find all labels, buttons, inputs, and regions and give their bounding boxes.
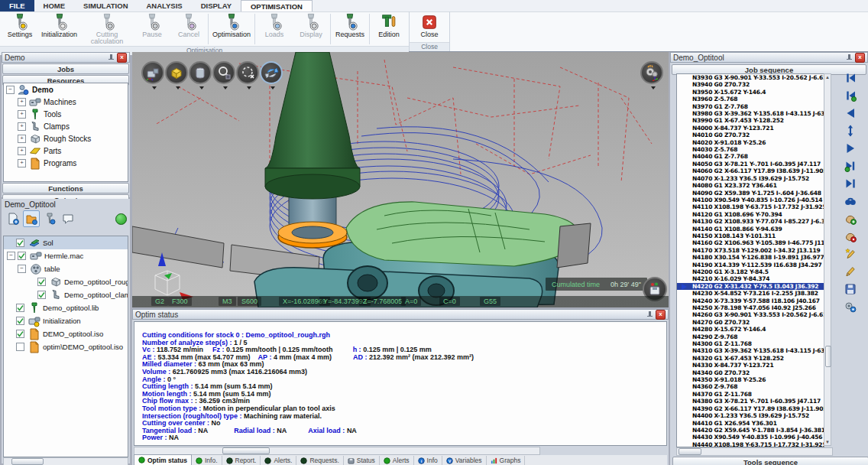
tree-item-tools[interactable]: +Tools: [4, 108, 128, 120]
gcode-line[interactable]: N4350 X-91.018 Y-25.26: [677, 376, 824, 383]
nav-last-button[interactable]: [842, 176, 859, 191]
gcode-line[interactable]: N3970 G1 Z-7.768: [677, 103, 824, 110]
gcode-line[interactable]: N4410 G1 X26.954 Y36.301: [677, 420, 824, 427]
checked-checkbox[interactable]: [16, 317, 24, 325]
gcode-line-selected[interactable]: N4220 G2 X-31.432 Y-79.5 I3.043 J36.392: [677, 283, 824, 290]
nav-range-button[interactable]: [842, 123, 859, 138]
checked-checkbox[interactable]: [16, 330, 24, 338]
stock-view-button[interactable]: [165, 61, 188, 84]
job-item-hermle-mac[interactable]: −Hermle.mac: [4, 249, 128, 262]
gcode-line[interactable]: N4330 X-84.737 Y-123.721: [677, 362, 824, 369]
close-icon[interactable]: x: [656, 310, 666, 320]
tree-item-clamps[interactable]: +Clamps: [4, 120, 128, 132]
gcode-line[interactable]: N4370 G1 Z-11.768: [677, 391, 824, 398]
gcode-line[interactable]: N3990 G1 X-67.453 Y-128.252: [677, 117, 824, 124]
gcode-line[interactable]: N3940 G0 Z70.732: [677, 81, 824, 88]
dropdown-arrow-icon[interactable]: [152, 86, 157, 89]
hand-remove-button[interactable]: [842, 229, 859, 244]
tool-config-icon[interactable]: [41, 210, 58, 227]
gcode-line[interactable]: N4430 X90.549 Y-40.835 I-10.996 J-40.456: [677, 434, 824, 441]
expand-toggle-icon[interactable]: +: [18, 122, 26, 131]
output-tab-optim-status[interactable]: Optim status: [134, 454, 192, 465]
job-item-demo-optitool-clamp-clp[interactable]: Demo_optitool_clamp.clp: [4, 288, 128, 301]
gcode-line[interactable]: N4010 G0 Z70.732: [677, 132, 824, 138]
dropdown-arrow-icon[interactable]: [223, 86, 228, 89]
gcode-line[interactable]: N3950 X-15.672 Y-146.4: [677, 89, 824, 96]
dropdown-arrow-icon[interactable]: [199, 86, 204, 89]
job-item-optim-demo-optitool-iso[interactable]: optim\DEMO_optitool.iso: [4, 340, 128, 353]
gcode-line[interactable]: N4130 G2 X108.933 Y-77.074 I-85.227 J-6.…: [677, 218, 824, 225]
ribbon-tab-optimisation[interactable]: OPTIMISATION: [241, 0, 313, 11]
output-tab-graphs[interactable]: Graphs: [487, 456, 526, 465]
gcode-line[interactable]: N4440 X108.198 Y-63.715 I-17.732 J-31.92…: [677, 441, 824, 447]
job-item-demo-optitool-iso[interactable]: DEMO_optitool.iso: [4, 327, 128, 340]
dropdown-arrow-icon[interactable]: [247, 86, 251, 89]
selection-button[interactable]: [236, 61, 259, 84]
close-icon[interactable]: x: [855, 53, 865, 63]
comment-icon[interactable]: [60, 210, 76, 227]
gcode-line[interactable]: N4080 G1 X23.372 Y36.461: [677, 182, 824, 189]
gcode-line[interactable]: N4260 G3 X-90.901 Y-33.553 I-20.562 J-6.…: [677, 311, 824, 318]
gcode-line[interactable]: N4190 X14.339 Y-112.539 I16.638 J34.297: [677, 262, 824, 268]
checked-checkbox[interactable]: [37, 291, 46, 299]
gcode-line[interactable]: N4380 G3 X-78.21 Y-.701 I-60.395 J47.117: [677, 398, 824, 405]
nav-next-green-button[interactable]: [842, 158, 859, 174]
tree-item-programs[interactable]: +Programs: [4, 157, 128, 169]
checked-checkbox[interactable]: [16, 304, 24, 312]
zoom-button[interactable]: [212, 61, 235, 84]
gcode-line[interactable]: N4290 Z-9.768: [677, 333, 824, 340]
gcode-line[interactable]: N4020 X-91.018 Y-25.26: [677, 139, 824, 146]
job-item-demo-optitool-rough-rgh[interactable]: Demo_optitool_rough.rgh: [4, 275, 128, 288]
gcode-line[interactable]: N4070 X-1.233 Y36.5 I39.629 J-15.752: [677, 175, 824, 182]
ribbon-tab-file[interactable]: FILE: [0, 0, 34, 11]
output-tab-status[interactable]: Status: [344, 456, 380, 465]
pin-icon[interactable]: [646, 311, 653, 318]
gcode-line[interactable]: N4090 G2 X59.389 Y-1.725 I-.604 J-36.648: [677, 190, 824, 197]
gcode-line[interactable]: N4400 X-1.233 Y36.5 I39.629 J-15.752: [677, 412, 824, 419]
gcode-line[interactable]: N4060 G2 X-66.117 Y17.89 I38.639 J-11.90…: [677, 167, 824, 174]
expand-toggle-icon[interactable]: +: [18, 135, 26, 143]
binoculars-button[interactable]: [842, 193, 859, 209]
output-tab-report[interactable]: Report.: [222, 456, 261, 465]
gcode-line[interactable]: N4420 G2 X59.645 Y-1.788 I-3.854 J-36.38…: [677, 427, 824, 434]
gcode-line[interactable]: N4140 G1 X108.866 Y-94.639: [677, 226, 824, 232]
gcode-line[interactable]: N4250 X-78.198 Y-47.056 I40.92 J25.266: [677, 304, 824, 311]
tree-item-machines[interactable]: +Machines: [4, 96, 128, 108]
gcode-line[interactable]: N4340 G0 Z70.732: [677, 369, 824, 376]
unchecked-checkbox[interactable]: [16, 343, 24, 351]
rotate-button[interactable]: [260, 61, 283, 84]
gcode-line[interactable]: N4280 X-15.672 Y-146.4: [677, 326, 824, 333]
ribbon-button-optimisation[interactable]: Optimisation: [209, 12, 254, 38]
panel-bar-functions[interactable]: Functions: [2, 183, 129, 193]
gcode-line[interactable]: N4100 X90.549 Y-40.835 I-10.726 J-40.514: [677, 197, 824, 203]
gcode-line[interactable]: N4150 X108.143 Y-101.311: [677, 232, 824, 239]
gcode-line[interactable]: N4040 G1 Z-7.768: [677, 153, 824, 160]
job-item-demo-optitool-lib[interactable]: Demo_optitool.lib: [4, 301, 128, 314]
output-tab-variables[interactable]: VVariables: [442, 456, 487, 465]
sync-gears-button[interactable]: [842, 299, 859, 314]
gcode-line[interactable]: N4390 G2 X-66.117 Y17.89 I38.639 J-11.90…: [677, 405, 824, 412]
ribbon-button-requests[interactable]: Requests: [332, 12, 368, 38]
gcode-vscrollbar[interactable]: ▲ ▼: [824, 73, 831, 446]
gcode-line[interactable]: N4310 G3 X-39.362 Y-135.618 I-43.115 J-6…: [677, 347, 824, 354]
checked-checkbox[interactable]: [37, 278, 46, 286]
hand-add-button[interactable]: [842, 211, 859, 226]
gcode-line[interactable]: N4360 Z-9.768: [677, 383, 824, 390]
gcode-line[interactable]: N4000 X-84.737 Y-123.721: [677, 125, 824, 132]
job-item-initialization[interactable]: Initialization: [4, 314, 128, 327]
edit-new-button[interactable]: [842, 246, 859, 262]
gcode-line[interactable]: N4210 X-16.029 Y-84.374: [677, 275, 824, 282]
gcode-line[interactable]: N4300 G1 Z-11.768: [677, 340, 824, 347]
gcode-line[interactable]: N4160 G2 X106.963 Y-105.389 I-46.775 J11…: [677, 239, 824, 246]
expand-toggle-icon[interactable]: +: [18, 110, 26, 119]
gcode-line[interactable]: N4170 X73.518 Y-129.002 I-34.32 J13.119: [677, 247, 824, 254]
output-tab-alerts[interactable]: Alerts: [380, 456, 414, 465]
nav-prev-button[interactable]: [842, 106, 859, 121]
machining-settings-button[interactable]: [640, 61, 663, 84]
gcode-list[interactable]: N3930 G3 X-90.901 Y-33.553 I-20.562 J-6.…: [676, 73, 824, 447]
ribbon-button-settings[interactable]: Settings: [2, 12, 38, 38]
dropdown-arrow-icon[interactable]: [270, 86, 275, 89]
gcode-line[interactable]: N4120 G1 X108.696 Y-70.394: [677, 211, 824, 218]
gcode-line[interactable]: N4240 X-73.339 Y-57.588 I18.106 J40.167: [677, 298, 824, 304]
expand-toggle-icon[interactable]: +: [18, 147, 26, 155]
